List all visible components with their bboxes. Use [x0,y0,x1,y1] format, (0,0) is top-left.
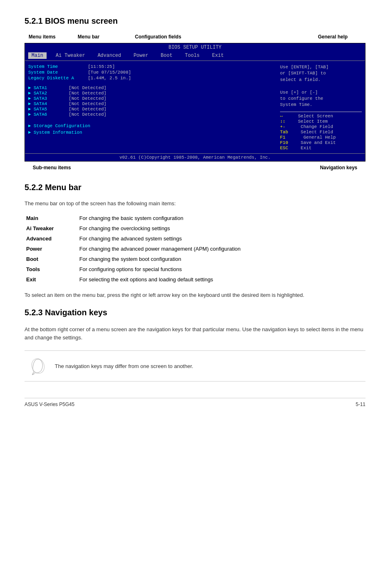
nav-key-change-field-label: Change Field [298,124,333,129]
note-icon [28,356,48,376]
menu-table-row: PowerFor changing the advanced power man… [25,244,365,254]
nav-key-select-screen: ↔ Select Screen [280,114,362,119]
nav-key-change-field: +- Change Field [280,124,362,129]
nav-key-arrow-lr: ↔ [280,114,296,119]
bios-menu-ai-tweaker: Ai Tweaker [47,52,88,59]
nav-key-exit-label: Exit [298,146,312,150]
label-sub-menu: Sub-menu items [33,165,71,171]
menu-table-row: AdvancedFor changing the advanced system… [25,233,365,244]
menu-table-row: MainFor changing the basic system config… [25,213,365,223]
label-config-fields: Configuration fields [135,34,217,40]
nav-key-select-screen-label: Select Screen [298,114,333,119]
bios-footer: v02.61 (C)Copyright 1985-2008, American … [25,153,365,161]
menu-desc: For selecting the exit options and loadi… [78,274,365,285]
nav-key-select-item: ↕↕ Select Item [280,119,362,124]
menu-table-row: ToolsFor configuring options for special… [25,264,365,274]
label-nav-keys: Navigation keys [320,165,357,171]
bios-submenu-sysinfo: ► System Information [28,130,276,135]
system-time-row: System Time [11:55:25] [28,64,276,69]
sata1-row: ► SATA1 [Not Detected] [28,85,276,90]
bios-right-panel: Use [ENTER], [TAB] or [SHIFT-TAB] to sel… [280,64,362,151]
bios-title: BIOS SETUP UTILITY [25,43,365,52]
menu-term: Exit [25,274,78,285]
bios-menu-main: Main [28,52,47,59]
section-522-para: To select an item on the menu bar, press… [25,291,365,300]
nav-key-save-exit: F10 Save and Exit [280,140,362,145]
label-general-help: General help [300,34,365,40]
page-footer: ASUS V-Series P5G45 5-11 [25,398,365,407]
menu-table-row: BootFor changing the system boot configu… [25,254,365,264]
menu-desc: For changing the system boot configurati… [78,254,365,264]
section-522-intro: The menu bar on top of the screen has th… [25,200,365,206]
bios-submenu-storage: ► Storage Configuration [28,123,276,128]
bios-screen: BIOS SETUP UTILITY Main Ai Tweaker Advan… [25,43,365,162]
bios-help-text: Use [ENTER], [TAB] or [SHIFT-TAB] to sel… [280,64,362,108]
menu-term: Power [25,244,78,254]
bios-content: System Time [11:55:25] System Date [Tue … [25,62,365,153]
bios-menu-tools: Tools [176,52,203,59]
menu-desc: For changing the advanced power manageme… [78,244,365,254]
section-523-title: 5.2.3 Navigation keys [25,308,365,317]
bios-menu-advanced: Advanced [88,52,124,59]
svg-point-0 [30,357,47,375]
label-menu-bar: Menu bar [78,34,135,40]
menu-bar-table: MainFor changing the basic system config… [25,213,365,285]
menu-table-row: ExitFor selecting the exit options and l… [25,274,365,285]
menu-desc: For changing the overclocking settings [78,223,365,233]
menu-term: Ai Tweaker [25,223,78,233]
bios-menu-power: Power [124,52,151,59]
menu-table-row: Ai TweakerFor changing the overclocking … [25,223,365,233]
diagram-labels-bottom: Sub-menu items Navigation keys [25,165,365,171]
note-text: The navigation keys may differ from one … [55,363,193,369]
menu-term: Tools [25,264,78,274]
nav-key-select-field-label: Select Field [298,130,333,135]
legacy-diskette-label: Legacy Diskette A [28,76,85,81]
label-menu-items: Menu items [29,34,78,40]
bios-main-items: System Time [11:55:25] System Date [Tue … [28,64,276,81]
system-date-row: System Date [Tue 07/15/2008] [28,70,276,75]
system-date-value: [Tue 07/15/2008] [88,70,131,75]
diagram-labels-top: Menu items Menu bar Configuration fields… [25,34,365,40]
menu-term: Main [25,213,78,223]
section-523: 5.2.3 Navigation keys At the bottom righ… [25,308,365,382]
nav-key-select-item-label: Select Item [298,119,328,124]
nav-key-tab: Tab [280,130,296,135]
nav-key-select-field: Tab Select Field [280,130,362,135]
nav-key-arrow-ud: ↕↕ [280,119,296,124]
menu-term: Boot [25,254,78,264]
bios-menu-bar: Main Ai Tweaker Advanced Power Boot Tool… [25,52,365,60]
nav-key-plusminus: +- [280,124,296,129]
nav-key-esc: ESC [280,146,296,150]
nav-key-f10: F10 [280,140,296,145]
legacy-diskette-value: [1.44M, 2.5 in.] [88,76,131,81]
bios-menu-exit: Exit [203,52,227,59]
sata2-row: ► SATA2 [Not Detected] [28,91,276,96]
menu-desc: For changing the basic system configurat… [78,213,365,223]
menu-term: Advanced [25,233,78,244]
note-box: The navigation keys may differ from one … [25,350,365,382]
system-time-value: [11:55:25] [88,64,115,69]
sata5-row: ► SATA5 [Not Detected] [28,107,276,112]
legacy-diskette-row: Legacy Diskette A [1.44M, 2.5 in.] [28,76,276,81]
section-522-title: 5.2.2 Menu bar [25,183,365,192]
bios-nav-keys: ↔ Select Screen ↕↕ Select Item +- Change… [280,112,362,150]
section-521-title: 5.2.1 BIOS menu screen [25,16,365,26]
bios-menu-boot: Boot [152,52,176,59]
system-date-label: System Date [28,70,85,75]
nav-key-general-help: F1 General Help [280,135,362,140]
sata6-row: ► SATA6 [Not Detected] [28,112,276,117]
footer-left: ASUS V-Series P5G45 [25,402,74,407]
section-523-para: At the bottom right corner of a menu scr… [25,325,365,343]
nav-key-f1: F1 [280,135,296,140]
sata4-row: ► SATA4 [Not Detected] [28,101,276,106]
sata3-row: ► SATA3 [Not Detected] [28,96,276,101]
section-522: 5.2.2 Menu bar The menu bar on top of th… [25,183,365,300]
section-521: 5.2.1 BIOS menu screen Menu items Menu b… [25,16,365,171]
footer-right: 5-11 [356,402,365,407]
menu-desc: For changing the advanced system setting… [78,233,365,244]
bios-sata-items: ► SATA1 [Not Detected] ► SATA2 [Not Dete… [28,85,276,117]
nav-key-general-help-label: General Help [298,135,336,140]
bios-left-panel: System Time [11:55:25] System Date [Tue … [28,64,276,151]
nav-key-save-exit-label: Save and Exit [298,140,336,145]
menu-desc: For configuring options for special func… [78,264,365,274]
